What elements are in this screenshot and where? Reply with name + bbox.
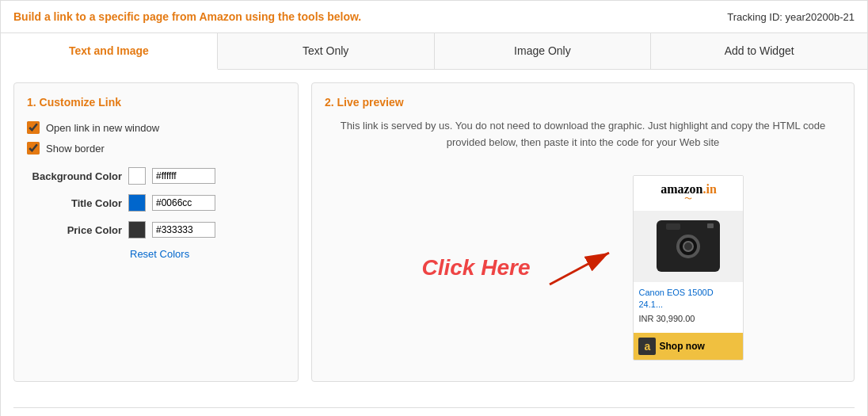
left-panel: 1. Customize Link Open link in new windo… — [13, 82, 299, 382]
background-color-label: Background Color — [27, 170, 122, 182]
camera-image — [657, 220, 720, 272]
arrow-svg — [546, 245, 617, 288]
header: Build a link to a specific page from Ama… — [1, 1, 867, 33]
right-panel: 2. Live preview This link is served by u… — [311, 82, 855, 382]
open-new-window-label: Open link in new window — [46, 122, 159, 134]
header-title: Build a link to a specific page from Ama… — [13, 10, 361, 23]
title-color-swatch — [128, 194, 146, 212]
tabs-container: Text and Image Text Only Image Only Add … — [1, 33, 867, 70]
price-color-label: Price Color — [27, 224, 122, 236]
amazon-a-icon: a — [638, 338, 656, 355]
title-color-row: Title Color — [27, 194, 285, 212]
arrow-graphic — [546, 245, 617, 291]
price-color-input[interactable] — [152, 222, 215, 238]
background-color-row: Background Color — [27, 167, 285, 185]
amazon-logo-bar: amazon.in 〜 — [634, 176, 743, 211]
live-preview-title: 2. Live preview — [325, 96, 841, 109]
reset-colors-link[interactable]: Reset Colors — [130, 248, 285, 260]
preview-info: This link is served by us. You do not ne… — [325, 118, 841, 151]
show-border-row: Show border — [27, 142, 285, 155]
title-color-label: Title Color — [27, 197, 122, 209]
customize-link-title: 1. Customize Link — [27, 96, 285, 109]
tracking-id: Tracking ID: year20200b-21 — [727, 11, 855, 23]
tab-image-only[interactable]: Image Only — [435, 33, 652, 69]
tab-add-to-widget[interactable]: Add to Widget — [651, 33, 867, 69]
preview-area: Click Here amazon.in — [325, 167, 841, 369]
title-color-input[interactable] — [152, 195, 215, 211]
amazon-smile-icon: 〜 — [640, 193, 737, 204]
product-card: amazon.in 〜 Cano — [633, 175, 744, 361]
click-here-label: Click Here — [422, 255, 531, 281]
tab-text-and-image[interactable]: Text and Image — [1, 33, 218, 70]
svg-line-1 — [550, 253, 609, 284]
price-color-row: Price Color — [27, 221, 285, 239]
background-color-input[interactable] — [152, 168, 215, 184]
tab-text-only[interactable]: Text Only — [218, 33, 435, 69]
product-info: Canon EOS 1500D 24.1... INR 30,990.00 — [634, 282, 743, 334]
show-border-checkbox[interactable] — [27, 142, 40, 155]
price-color-swatch — [128, 221, 146, 239]
shop-now-label: Shop now — [659, 341, 704, 352]
product-price: INR 30,990.00 — [638, 314, 738, 323]
show-border-label: Show border — [46, 143, 105, 155]
open-new-window-row: Open link in new window — [27, 121, 285, 134]
product-image-area — [634, 211, 743, 282]
product-title: Canon EOS 1500D 24.1... — [638, 287, 738, 311]
open-new-window-checkbox[interactable] — [27, 121, 40, 134]
main-content: 1. Customize Link Open link in new windo… — [1, 70, 867, 395]
bottom-divider — [13, 407, 855, 408]
shop-now-bar[interactable]: a Shop now — [634, 333, 743, 360]
amazon-dot: .in — [702, 182, 716, 196]
background-color-swatch — [128, 167, 146, 185]
page-wrapper: Build a link to a specific page from Ama… — [0, 0, 868, 416]
